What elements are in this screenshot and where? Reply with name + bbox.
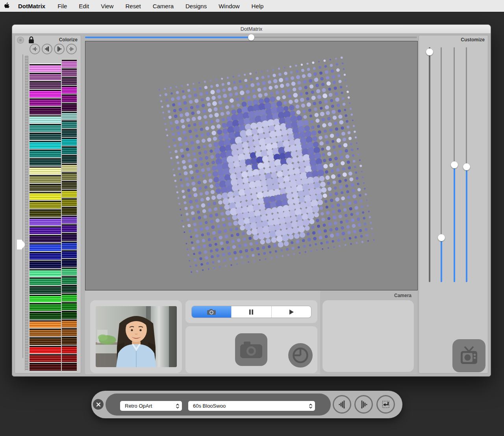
customize-slider-1-track[interactable] xyxy=(429,47,430,282)
palette-band[interactable] xyxy=(30,183,61,192)
customize-slider-4-thumb[interactable] xyxy=(463,163,470,170)
menu-edit[interactable]: Edit xyxy=(73,3,95,9)
palette-band[interactable] xyxy=(62,189,77,198)
palette-band[interactable] xyxy=(62,76,77,85)
palette-band[interactable] xyxy=(30,89,61,98)
palette-band[interactable] xyxy=(62,232,77,241)
palette-band[interactable] xyxy=(62,353,77,362)
random-design-button[interactable] xyxy=(376,395,395,414)
palette-band[interactable] xyxy=(62,362,77,371)
panel-collapse-button[interactable] xyxy=(17,37,24,44)
palette-band[interactable] xyxy=(30,242,61,251)
palette-band[interactable] xyxy=(62,206,77,215)
palette-band[interactable] xyxy=(30,336,61,345)
palette-band[interactable] xyxy=(62,68,77,76)
palette-band[interactable] xyxy=(30,115,61,123)
menu-camera[interactable]: Camera xyxy=(147,3,180,9)
colorize-slider-thumb[interactable] xyxy=(17,240,26,249)
palette-band[interactable] xyxy=(30,106,61,115)
design-category-select[interactable]: Retro OpArt xyxy=(120,401,182,411)
palette-band[interactable] xyxy=(62,310,77,319)
timer-button[interactable] xyxy=(288,343,313,368)
palette-band[interactable] xyxy=(30,285,61,294)
palette-band[interactable] xyxy=(62,111,77,120)
palette-band[interactable] xyxy=(62,215,77,224)
palette-band[interactable] xyxy=(62,336,77,345)
menu-view[interactable]: View xyxy=(95,3,119,9)
dot-size-slider-thumb[interactable] xyxy=(248,34,254,41)
palette-band[interactable] xyxy=(30,157,61,166)
palette-band[interactable] xyxy=(62,59,77,68)
design-preset-select[interactable]: 60s BlooSwoo xyxy=(188,401,315,411)
menu-help[interactable]: Help xyxy=(246,3,270,9)
palette-band[interactable] xyxy=(62,146,77,154)
next-design-button[interactable] xyxy=(354,395,373,414)
palette-band[interactable] xyxy=(30,217,61,225)
halftone-preview-canvas[interactable] xyxy=(85,41,418,290)
palette-band[interactable] xyxy=(62,345,77,353)
palette-band[interactable] xyxy=(30,132,61,140)
palette-band[interactable] xyxy=(62,241,77,249)
previous-design-button[interactable] xyxy=(333,395,351,414)
palette-band[interactable] xyxy=(30,80,61,89)
palette-band[interactable] xyxy=(30,200,61,209)
pause-segment[interactable] xyxy=(231,306,271,318)
palette-band[interactable] xyxy=(62,172,77,180)
palette-band[interactable] xyxy=(30,166,61,174)
palette-band[interactable] xyxy=(62,301,77,310)
menu-reset[interactable]: Reset xyxy=(119,3,146,9)
palette-band[interactable] xyxy=(62,154,77,163)
palette-band[interactable] xyxy=(62,249,77,258)
apple-menu-icon[interactable] xyxy=(0,2,13,9)
palette-band[interactable] xyxy=(62,180,77,189)
palette-band[interactable] xyxy=(62,319,77,327)
menu-app-name[interactable]: DotMatrix xyxy=(13,3,52,9)
palette-band[interactable] xyxy=(30,353,61,362)
dot-size-slider[interactable] xyxy=(85,34,417,41)
palette-band[interactable] xyxy=(62,284,77,293)
palette-band[interactable] xyxy=(30,63,61,72)
palette-band[interactable] xyxy=(62,198,77,206)
menu-file[interactable]: File xyxy=(52,3,73,9)
record-mode-segment[interactable] xyxy=(192,306,231,318)
palette-band[interactable] xyxy=(30,320,61,328)
webcam-preview-card[interactable] xyxy=(90,300,182,373)
palette-band[interactable] xyxy=(62,293,77,301)
palette-band[interactable] xyxy=(62,163,77,172)
close-effects-button[interactable] xyxy=(93,399,104,410)
palette-prev-button[interactable] xyxy=(42,44,52,54)
customize-slider-2-thumb[interactable] xyxy=(438,234,445,241)
palette-band[interactable] xyxy=(30,260,61,268)
menu-designs[interactable]: Designs xyxy=(180,3,213,9)
window-titlebar[interactable]: DotMatrix xyxy=(12,25,491,34)
palette-band[interactable] xyxy=(30,191,61,200)
palette-band[interactable] xyxy=(30,225,61,234)
palette-band[interactable] xyxy=(30,98,61,106)
palette-band[interactable] xyxy=(30,123,61,132)
palette-band[interactable] xyxy=(62,85,77,94)
palette-band[interactable] xyxy=(30,362,61,371)
palette-band[interactable] xyxy=(30,328,61,336)
palette-band[interactable] xyxy=(62,120,77,128)
palette-last-button[interactable] xyxy=(66,44,77,54)
play-segment[interactable] xyxy=(271,306,311,318)
palette-band[interactable] xyxy=(30,345,61,354)
palette-band[interactable] xyxy=(30,209,61,217)
palette-band[interactable] xyxy=(30,302,61,311)
palette-band[interactable] xyxy=(62,224,77,232)
customize-slider-3-thumb[interactable] xyxy=(451,161,458,168)
take-photo-button[interactable] xyxy=(235,333,267,366)
palette-band[interactable] xyxy=(62,327,77,336)
palette-band[interactable] xyxy=(30,277,61,285)
palette-band[interactable] xyxy=(30,234,61,243)
palette-next-button[interactable] xyxy=(54,44,65,54)
tv-output-button[interactable] xyxy=(452,339,485,372)
palette-band[interactable] xyxy=(62,102,77,111)
palette-band[interactable] xyxy=(62,128,77,137)
colorize-slider-track[interactable] xyxy=(22,54,23,358)
palette-band[interactable] xyxy=(62,258,77,267)
palette-band[interactable] xyxy=(30,311,61,320)
palette-band[interactable] xyxy=(30,268,61,277)
palette-band[interactable] xyxy=(62,275,77,284)
palette-first-button[interactable] xyxy=(30,44,40,54)
